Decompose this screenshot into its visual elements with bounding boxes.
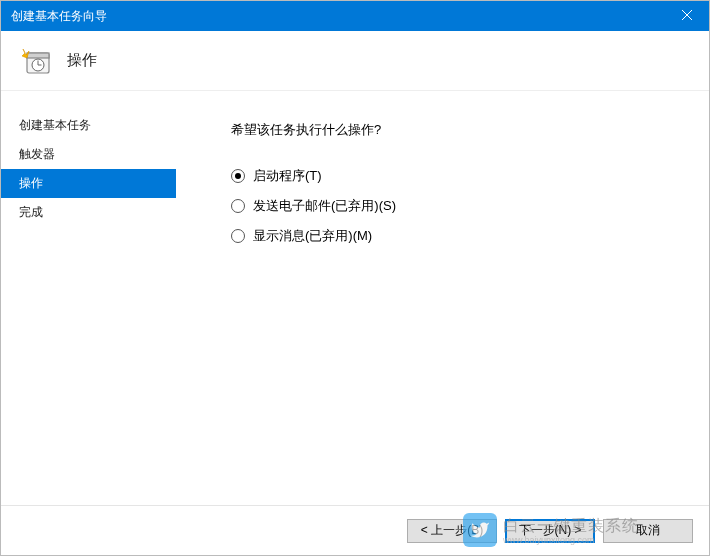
radio-indicator	[231, 229, 245, 243]
cancel-button[interactable]: 取消	[603, 519, 693, 543]
radio-label: 启动程序(T)	[253, 167, 322, 185]
close-icon	[682, 9, 692, 23]
back-button[interactable]: < 上一步(B)	[407, 519, 497, 543]
action-radio-group: 启动程序(T) 发送电子邮件(已弃用)(S) 显示消息(已弃用)(M)	[231, 167, 679, 245]
radio-option-send-email[interactable]: 发送电子邮件(已弃用)(S)	[231, 197, 679, 215]
window-title: 创建基本任务向导	[11, 8, 664, 25]
wizard-body: 创建基本任务 触发器 操作 完成 希望该任务执行什么操作? 启动程序(T) 发送…	[1, 91, 709, 505]
radio-option-display-message[interactable]: 显示消息(已弃用)(M)	[231, 227, 679, 245]
radio-indicator	[231, 199, 245, 213]
page-title: 操作	[67, 51, 97, 70]
radio-indicator	[231, 169, 245, 183]
sidebar-item-trigger[interactable]: 触发器	[1, 140, 176, 169]
svg-rect-3	[27, 53, 49, 58]
wizard-window: 创建基本任务向导 操作 创建基本任务 触发器 操作 完成	[0, 0, 710, 556]
wizard-header: 操作	[1, 31, 709, 91]
radio-option-start-program[interactable]: 启动程序(T)	[231, 167, 679, 185]
radio-label: 显示消息(已弃用)(M)	[253, 227, 372, 245]
content-area: 希望该任务执行什么操作? 启动程序(T) 发送电子邮件(已弃用)(S) 显示消息…	[176, 91, 709, 505]
radio-label: 发送电子邮件(已弃用)(S)	[253, 197, 396, 215]
sidebar-item-action[interactable]: 操作	[1, 169, 176, 198]
sidebar-item-finish[interactable]: 完成	[1, 198, 176, 227]
next-button[interactable]: 下一步(N) >	[505, 519, 595, 543]
titlebar: 创建基本任务向导	[1, 1, 709, 31]
close-button[interactable]	[664, 1, 709, 31]
prompt-text: 希望该任务执行什么操作?	[231, 121, 679, 139]
sidebar-item-create-task[interactable]: 创建基本任务	[1, 111, 176, 140]
sidebar: 创建基本任务 触发器 操作 完成	[1, 91, 176, 505]
wizard-footer: < 上一步(B) 下一步(N) > 取消 白云一键重装系统 www.baiyun…	[1, 505, 709, 555]
task-scheduler-icon	[21, 45, 53, 77]
